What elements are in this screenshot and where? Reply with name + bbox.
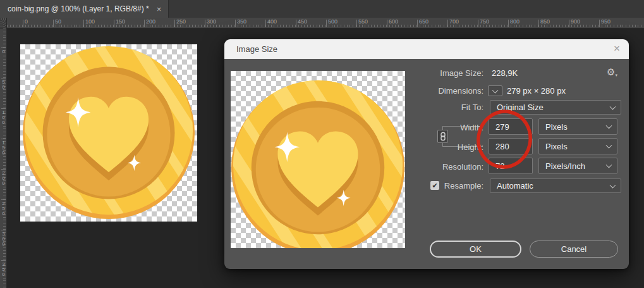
vertical-ruler: 050100150200250300350 (0, 28, 7, 288)
ruler-tick-label: 0 (25, 18, 28, 25)
document-tab-title: coin-big.png @ 100% (Layer 1, RGB/8#) * (8, 4, 149, 13)
height-unit-value: Pixels (545, 142, 568, 151)
ruler-tick (114, 20, 114, 27)
width-label: Width: (376, 123, 483, 132)
height-unit-select[interactable]: Pixels (538, 138, 617, 154)
ruler-tick (1, 78, 6, 78)
ruler-tick-label: 750 (480, 18, 489, 25)
ruler-tick (1, 199, 6, 200)
ruler-tick-label: 200 (1, 170, 6, 185)
ruler-tick-label: 800 (510, 18, 519, 25)
ruler-tick-label: 150 (1, 140, 6, 155)
chevron-down-icon (610, 182, 616, 188)
resolution-input[interactable] (489, 158, 533, 174)
dialog-close-icon[interactable]: × (614, 42, 620, 55)
ruler-tick-label: 150 (116, 18, 125, 25)
document-tab[interactable]: coin-big.png @ 100% (Layer 1, RGB/8#) * … (0, 0, 169, 18)
dialog-header[interactable]: Image Size × (224, 39, 629, 59)
ruler-tick-label: 550 (358, 18, 368, 25)
ruler-tick-label: 950 (601, 18, 611, 25)
ok-button[interactable]: OK (430, 241, 521, 258)
width-unit-value: Pixels (545, 122, 568, 132)
ruler-origin-box (0, 18, 7, 28)
fit-to-value: Original Size (497, 103, 544, 112)
ruler-tick-label: 650 (419, 18, 428, 25)
ruler-tick (1, 47, 6, 48)
tab-close-icon[interactable]: × (157, 5, 162, 13)
ruler-tick-label: 200 (146, 18, 155, 25)
ruler-tick (83, 20, 84, 27)
ruler-tick (1, 169, 6, 170)
ruler-tick (174, 20, 175, 27)
image-preview[interactable] (231, 71, 405, 248)
ruler-tick (478, 20, 478, 27)
ruler-tick (447, 20, 448, 27)
resample-label: Resample: (376, 181, 483, 191)
ruler-tick (265, 20, 266, 27)
ruler-tick (205, 20, 205, 27)
ruler-tick-label: 250 (1, 201, 6, 216)
ruler-tick-label: 100 (85, 18, 95, 25)
ruler-tick-label: 500 (328, 18, 337, 25)
fit-to-select[interactable]: Original Size (490, 100, 621, 115)
ruler-tick-label: 900 (571, 18, 580, 25)
chevron-down-icon (610, 103, 616, 110)
ruler-tick (417, 20, 418, 27)
ruler-tick (1, 230, 6, 230)
ruler-tick (1, 139, 6, 139)
ruler-tick-label: 450 (298, 18, 307, 25)
ruler-tick (1, 108, 6, 109)
chain-icon (440, 132, 446, 141)
ruler-tick-label: 250 (176, 18, 186, 25)
ruler-tick (296, 20, 296, 27)
ruler-tick-label: 350 (1, 261, 6, 277)
height-label: Height: (376, 142, 483, 152)
dialog-title: Image Size (236, 44, 277, 54)
ruler-tick (144, 20, 145, 27)
ruler-tick-label: 50 (1, 79, 6, 89)
fit-to-label: Fit To: (376, 103, 483, 112)
dimensions-unit-button[interactable] (488, 85, 502, 96)
chevron-down-icon (606, 123, 612, 129)
resample-value: Automatic (497, 181, 533, 191)
ruler-tick-label: 400 (267, 18, 277, 25)
ruler-tick (356, 20, 357, 27)
ruler-tick-label: 300 (207, 18, 216, 25)
ruler-tick (387, 20, 387, 27)
ruler-tick-label: 850 (540, 18, 550, 25)
document-canvas[interactable] (20, 44, 197, 222)
ruler-tick-label: 600 (389, 18, 398, 25)
ruler-tick (538, 20, 539, 27)
ruler-tick (1, 260, 6, 261)
width-unit-select[interactable]: Pixels (538, 118, 617, 135)
dimensions-label: Dimensions: (376, 86, 483, 96)
ruler-tick-label: 350 (237, 18, 246, 25)
image-size-value: 228,9K (492, 68, 518, 78)
image-size-dialog: Image Size × Image Size: 228,9K ⚙▾ Dimen… (224, 39, 629, 269)
ruler-tick (235, 20, 236, 27)
cancel-button[interactable]: Cancel (530, 241, 618, 258)
height-input[interactable] (489, 138, 533, 154)
gear-icon[interactable]: ⚙▾ (607, 66, 617, 78)
image-size-label: Image Size: (376, 68, 483, 78)
tab-bar: coin-big.png @ 100% (Layer 1, RGB/8#) * … (0, 0, 644, 18)
ruler-tick (508, 20, 509, 27)
resolution-unit-select[interactable]: Pixels/Inch (538, 158, 617, 174)
resolution-unit-value: Pixels/Inch (545, 161, 585, 171)
chevron-down-icon (492, 87, 499, 93)
dialog-body: Image Size: 228,9K ⚙▾ Dimensions: 279 px… (224, 59, 629, 269)
ruler-tick (53, 20, 54, 27)
coin-image (21, 46, 196, 220)
ruler-tick-label: 300 (1, 231, 6, 246)
chevron-down-icon (606, 162, 612, 168)
width-input[interactable] (489, 118, 533, 135)
ruler-tick (569, 20, 569, 27)
ruler-tick (23, 20, 23, 27)
dimensions-value: 279 px × 280 px (507, 86, 566, 96)
resolution-label: Resolution: (376, 162, 483, 172)
ruler-tick-label: 700 (449, 18, 459, 25)
resample-select[interactable]: Automatic (490, 178, 621, 193)
ruler-tick-label: 100 (1, 110, 6, 125)
ruler-tick-label: 50 (55, 18, 61, 25)
photoshop-window: coin-big.png @ 100% (Layer 1, RGB/8#) * … (0, 0, 644, 288)
